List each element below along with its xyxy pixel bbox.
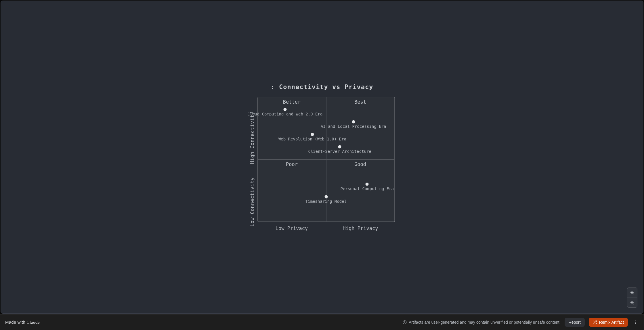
remix-artifact-button[interactable]: Remix Artifact — [589, 318, 628, 327]
quadrant-grid: Better Best Poor Good Cloud Computing an… — [257, 97, 395, 222]
quadrant-bottom-left: Poor — [258, 159, 326, 222]
remix-label: Remix Artifact — [599, 320, 624, 325]
svg-line-1 — [633, 294, 634, 294]
kebab-icon — [633, 320, 638, 325]
y-axis-label-low: Low Connectivity — [249, 164, 255, 227]
svg-line-12 — [593, 321, 594, 322]
quadrant-label: Good — [354, 161, 366, 167]
svg-point-15 — [635, 323, 636, 324]
shuffle-icon — [593, 320, 597, 325]
zoom-controls — [627, 287, 637, 308]
quadrant-chart: : Connectivity vs Privacy High Connectiv… — [249, 83, 395, 231]
svg-point-9 — [405, 321, 405, 322]
y-axis-label-high: High Connectivity — [249, 101, 255, 164]
zoom-in-button[interactable] — [627, 288, 637, 298]
footer-bar: Made with Claude Artifacts are user-gene… — [0, 314, 644, 330]
quadrant-label: Best — [354, 99, 366, 105]
quadrant-top-left: Better — [258, 97, 326, 159]
notice-text: Artifacts are user-generated and may con… — [409, 320, 561, 325]
brand-name: Claude — [27, 320, 40, 325]
safety-notice: Artifacts are user-generated and may con… — [403, 320, 561, 325]
report-button[interactable]: Report — [565, 318, 585, 327]
zoom-in-icon — [630, 290, 635, 295]
chart-title: : Connectivity vs Privacy — [271, 83, 373, 90]
x-axis: Low Privacy High Privacy — [257, 225, 395, 231]
zoom-out-icon — [630, 300, 635, 305]
zoom-out-button[interactable] — [627, 298, 637, 307]
x-axis-label-high: High Privacy — [326, 225, 395, 231]
svg-point-13 — [635, 321, 636, 321]
quadrant-label: Poor — [286, 161, 298, 167]
svg-point-14 — [635, 322, 636, 323]
made-with-prefix: Made with — [5, 320, 27, 325]
quadrant-top-right: Best — [326, 97, 395, 159]
svg-line-5 — [633, 304, 634, 304]
quadrant-label: Better — [283, 99, 301, 105]
report-label: Report — [569, 320, 581, 325]
made-with-claude[interactable]: Made with Claude — [5, 320, 40, 325]
quadrant-bottom-right: Good — [326, 159, 395, 222]
more-options-button[interactable] — [632, 320, 639, 325]
y-axis: High Connectivity Low Connectivity — [249, 101, 255, 227]
x-axis-label-low: Low Privacy — [257, 225, 326, 231]
info-icon — [403, 320, 407, 325]
artifact-canvas: : Connectivity vs Privacy High Connectiv… — [1, 1, 643, 314]
